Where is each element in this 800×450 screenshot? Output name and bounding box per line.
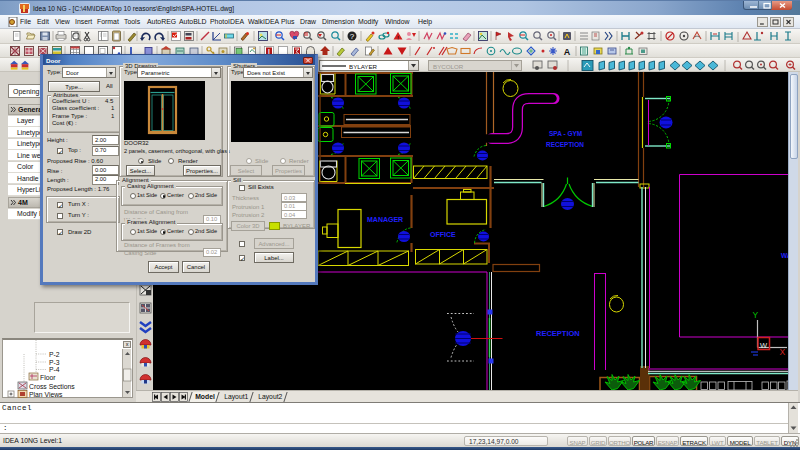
svg-text:W: W [760,341,768,350]
svg-text:Floor: Floor [40,374,56,381]
svg-text:OFFICE: OFFICE [430,231,456,238]
svg-text:Plan Views: Plan Views [29,391,63,398]
svg-text:P-3: P-3 [49,359,60,366]
svg-text:RECEPTION: RECEPTION [546,141,584,148]
svg-text:MANAGER: MANAGER [367,216,403,223]
svg-text:RECEPTION: RECEPTION [536,329,580,338]
svg-text:SPA - GYM: SPA - GYM [549,130,582,137]
svg-text:A: A [564,47,571,57]
svg-text:X: X [780,347,786,357]
svg-text:WA: WA [781,252,788,259]
svg-text:P-2: P-2 [49,351,60,358]
svg-text:Y: Y [753,310,759,320]
svg-text:?: ? [350,32,355,41]
svg-text:Cross Sections: Cross Sections [29,383,75,390]
svg-text:P-4: P-4 [49,366,60,373]
